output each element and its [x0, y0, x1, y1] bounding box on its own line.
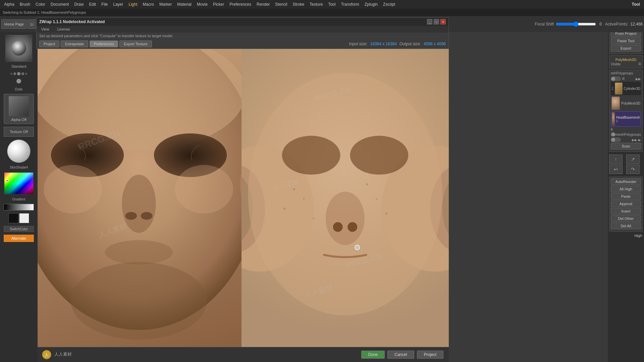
- cylinder3d-thumb: [615, 82, 623, 95]
- paste-action-button[interactable]: Paste: [611, 193, 641, 200]
- menu-draw[interactable]: Draw: [71, 1, 86, 7]
- menu-transform[interactable]: Transform: [338, 1, 362, 7]
- material-sphere[interactable]: [7, 139, 31, 163]
- gradient-bar[interactable]: [4, 204, 34, 210]
- zwrap-preferences-button[interactable]: Preferences: [90, 41, 118, 47]
- color-swatches: [8, 213, 29, 223]
- subtool-toggle-1[interactable]: [611, 76, 621, 81]
- semesh-toggle[interactable]: [611, 132, 611, 137]
- zwrap-restore-button[interactable]: □: [434, 19, 439, 24]
- menu-movie[interactable]: Movie: [194, 1, 210, 7]
- bottom-bar: 人 人人素材 Done Cancel Project: [36, 347, 449, 362]
- all-high-button[interactable]: All High: [611, 186, 641, 192]
- menu-zplugin[interactable]: Zplugin: [362, 1, 380, 7]
- nav-left-button[interactable]: ↩: [609, 165, 623, 174]
- top-menu-bar: Alpha Brush Color Document Draw Edit Fil…: [0, 0, 644, 9]
- menu-layer[interactable]: Layer: [111, 1, 126, 7]
- paste-tool-button[interactable]: Paste Tool: [611, 38, 641, 44]
- del-all-button[interactable]: Del All: [611, 223, 641, 229]
- alternate-label: Alternate: [11, 236, 26, 240]
- color-picker-dot: [6, 179, 8, 182]
- menu-preferences[interactable]: Preferences: [227, 1, 254, 7]
- menu-brush[interactable]: Brush: [17, 1, 33, 7]
- svg-point-2: [36, 44, 241, 150]
- menu-zscript[interactable]: Zscript: [380, 1, 398, 7]
- menu-render[interactable]: Render: [254, 1, 272, 7]
- nav-up-button[interactable]: ↑: [609, 155, 623, 164]
- subtitle-text: Switching to Subtool 1: HeadBasemeshPoly…: [3, 10, 86, 14]
- menu-document[interactable]: Document: [48, 1, 72, 7]
- input-size-value: 16384 x 16384: [370, 42, 397, 46]
- input-size-label: Input size:: [349, 42, 368, 46]
- zwrap-project-button[interactable]: Project: [39, 41, 59, 47]
- semesh-toggle2[interactable]: [611, 137, 621, 142]
- standard-label: Standard: [11, 64, 26, 68]
- active-points-label: ActivePoints:: [605, 22, 628, 26]
- visible-shortcut: R: [639, 62, 641, 66]
- menu-light[interactable]: Light: [126, 1, 140, 7]
- menu-material[interactable]: Material: [174, 1, 194, 7]
- subtool-polymesh-row[interactable]: PolyMesh3D: [611, 96, 641, 111]
- texture-off-button[interactable]: Texture Off: [4, 127, 34, 137]
- focal-shift-slider[interactable]: [556, 21, 596, 27]
- home-page-btn[interactable]: Home Page: [1, 19, 27, 29]
- cancel-button[interactable]: Cancel: [387, 351, 414, 359]
- viewport-container: RRCG.CN 人人素材: [36, 44, 449, 347]
- menu-file[interactable]: File: [99, 1, 110, 7]
- del-other-button[interactable]: Del Other: [611, 215, 641, 222]
- alpha-off-button[interactable]: Alpha Off: [4, 94, 34, 124]
- append-button[interactable]: Append: [611, 200, 641, 207]
- export-button[interactable]: Export: [611, 45, 641, 52]
- menu-tool[interactable]: Tool: [325, 1, 338, 7]
- head-basemesh-thumb: [612, 112, 615, 126]
- nav-rotate-button[interactable]: ↷: [626, 165, 640, 174]
- insert-button[interactable]: Insert: [611, 208, 641, 215]
- face-3d-model: RRCG.CN 人人素材: [36, 44, 241, 347]
- zwrap-close-button[interactable]: ✕: [440, 19, 446, 24]
- switch-color-button[interactable]: SwitchColor: [4, 226, 34, 232]
- zwrap-minimize-button[interactable]: _: [427, 19, 432, 24]
- svg-point-26: [347, 222, 357, 232]
- color-picker[interactable]: [4, 172, 34, 195]
- cylinder3d-label: Cylinder3D: [624, 87, 640, 90]
- svg-point-33: [385, 213, 387, 215]
- menu-macro[interactable]: Macro: [140, 1, 157, 7]
- zwrap-tab-license[interactable]: License: [54, 26, 73, 32]
- head-basemesh-label: HeadBasemesh: [616, 116, 640, 119]
- project-button[interactable]: Project: [417, 351, 443, 359]
- menu-edit[interactable]: Edit: [86, 1, 99, 7]
- zwrap-tab-view[interactable]: View: [38, 26, 53, 32]
- subtool-2-number: 2: [611, 87, 613, 90]
- menu-texture[interactable]: Texture: [307, 1, 325, 7]
- menu-stroke[interactable]: Stroke: [290, 1, 307, 7]
- white-swatch[interactable]: [19, 213, 29, 223]
- mesh-polygroups-label: eshPolygroups: [611, 71, 641, 75]
- menu-color[interactable]: Color: [33, 1, 48, 7]
- semesh-toggle-row: semeshPolygroups: [611, 132, 641, 137]
- done-button[interactable]: Done: [361, 351, 385, 359]
- zwrap-extrapolate-button[interactable]: Extrapolate: [61, 41, 88, 47]
- alternate-button[interactable]: Alternate: [4, 235, 34, 242]
- menu-marker[interactable]: Marker: [157, 1, 174, 7]
- autoreorder-button[interactable]: AutoReorder: [611, 178, 641, 185]
- menu-stencil[interactable]: Stencil: [272, 1, 290, 7]
- subtool-2-row[interactable]: 2 Cylinder3D: [611, 82, 641, 95]
- menu-picker[interactable]: Picker: [210, 1, 227, 7]
- zwrap-export-texture-button[interactable]: Export Texture: [119, 41, 152, 47]
- output-size-label: Output size:: [399, 42, 421, 46]
- menu-alpha[interactable]: Alpha: [1, 1, 17, 7]
- zwrap-title: ZWrap 1.1.1 Nodelocked Activated: [39, 19, 105, 24]
- viewport-left[interactable]: RRCG.CN 人人素材: [36, 44, 241, 347]
- scan-button[interactable]: Scan: [611, 143, 641, 149]
- nav-right-button[interactable]: ↗: [626, 155, 640, 164]
- polymesh3d-thumb: [611, 97, 620, 110]
- standard-brush-preview[interactable]: [5, 35, 32, 62]
- viewport-right[interactable]: RRCG.CN 人人素材 RRCG.CN 人人素材: [241, 44, 449, 347]
- semesh-label: semeshPolygroups: [612, 133, 641, 136]
- menu-tool-right: Tool: [629, 1, 643, 7]
- svg-point-23: [350, 136, 408, 175]
- polymesh3d-label: PolyMesh3D: [611, 57, 641, 62]
- svg-point-31: [366, 183, 368, 185]
- subtool-head-row[interactable]: HeadBasemesh Z: [611, 111, 641, 127]
- black-swatch[interactable]: [8, 213, 18, 223]
